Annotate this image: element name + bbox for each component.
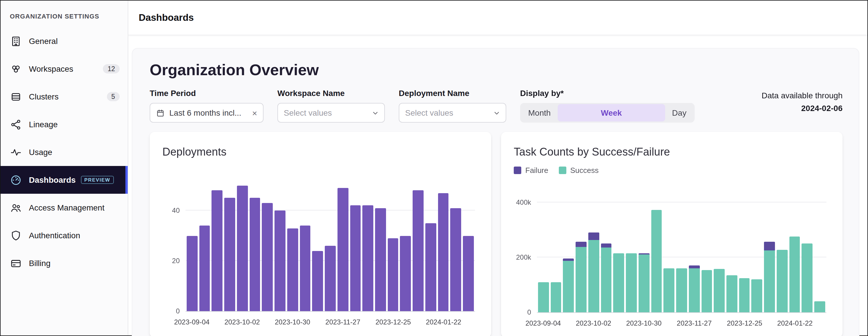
success-segment [764, 251, 775, 312]
bar [425, 223, 436, 311]
stacked-bar [551, 181, 561, 312]
success-segment [714, 269, 725, 312]
bar [375, 208, 386, 311]
stacked-bar [689, 181, 700, 312]
deployment-name-label: Deployment Name [399, 88, 506, 98]
dashboard-gauge-icon [10, 174, 22, 186]
sidebar-item-label: Usage [29, 147, 52, 157]
count-badge: 12 [103, 64, 120, 74]
bar [312, 251, 323, 311]
failure-segment [576, 242, 586, 247]
stacked-bar [777, 181, 787, 312]
display-by-day-button[interactable]: Day [665, 104, 693, 121]
success-segment [676, 268, 687, 312]
usage-pulse-icon [10, 146, 22, 158]
sidebar-item-billing[interactable]: Billing [1, 249, 128, 277]
success-segment [802, 244, 812, 312]
sidebar-item-dashboards[interactable]: DashboardsPREVIEW [1, 166, 128, 194]
x-axis-label: 2023-12-25 [727, 319, 762, 327]
bar [413, 191, 423, 311]
x-axis-label: 2023-09-04 [174, 318, 210, 326]
stacked-bar [802, 181, 812, 312]
stacked-bar [538, 181, 549, 312]
x-axis-label: 2023-10-30 [626, 319, 662, 327]
filter-deployment-name: Deployment Name Select values [399, 88, 506, 122]
time-period-input[interactable]: Last 6 months incl... × [150, 103, 264, 122]
x-axis: 2023-09-042023-10-022023-10-302023-11-27… [186, 316, 475, 330]
stacked-bar [676, 181, 687, 312]
stacked-bar [664, 181, 674, 312]
success-segment [639, 254, 649, 312]
main-area: Dashboards Organization Overview Time Pe… [128, 1, 867, 335]
x-axis-label: 2024-01-22 [777, 319, 813, 327]
sidebar-item-usage[interactable]: Usage [1, 138, 128, 166]
sidebar-item-lineage[interactable]: Lineage [1, 110, 128, 138]
success-segment [563, 260, 574, 312]
page-title: Dashboards [139, 12, 194, 23]
bar [388, 238, 399, 311]
stacked-bar [588, 181, 599, 312]
sidebar-item-clusters[interactable]: Clusters5 [1, 83, 128, 110]
failure-segment [563, 258, 574, 261]
stacked-bar [714, 181, 725, 312]
success-segment [789, 236, 800, 312]
display-by-week-button[interactable]: Week [558, 104, 665, 121]
success-segment [689, 268, 700, 312]
stacked-bar [739, 181, 750, 312]
stacked-bar [576, 181, 586, 312]
time-period-value: Last 6 months incl... [169, 108, 241, 117]
sidebar-item-access-management[interactable]: Access Management [1, 194, 128, 222]
stacked-bar [614, 181, 624, 312]
chevron-down-icon [372, 110, 378, 116]
stacked-bar [601, 181, 612, 312]
bars [538, 181, 825, 312]
bar [224, 198, 235, 311]
y-axis-label: 400k [516, 198, 531, 206]
sidebar-item-workspaces[interactable]: Workspaces12 [1, 55, 128, 83]
chevron-down-icon [494, 110, 500, 116]
failure-swatch [514, 167, 521, 174]
x-axis: 2023-09-042023-10-022023-10-302023-11-27… [537, 317, 827, 331]
success-segment [701, 270, 712, 312]
building-icon [10, 35, 22, 47]
success-segment [601, 247, 612, 312]
x-axis-label: 2023-10-02 [224, 318, 260, 326]
x-axis-label: 2023-10-30 [275, 318, 310, 326]
legend-label: Failure [525, 166, 549, 175]
plot-area: 0200k400k [537, 181, 827, 313]
bar [463, 236, 473, 311]
clear-time-period-icon[interactable]: × [248, 108, 257, 117]
bar [300, 226, 310, 311]
display-by-month-button[interactable]: Month [521, 104, 558, 121]
content: Organization Overview Time Period Last 6… [128, 35, 867, 336]
filter-time-period: Time Period Last 6 months incl... × [150, 88, 264, 122]
legend-label: Success [570, 166, 599, 175]
charts-row: Deployments 020402023-09-042023-10-02202… [150, 132, 843, 336]
sidebar-header: ORGANIZATION SETTINGS [1, 1, 128, 27]
workspaces-icon [10, 63, 22, 75]
y-axis-label: 0 [527, 308, 531, 316]
sidebar-item-label: Billing [29, 258, 51, 268]
success-segment [538, 282, 549, 312]
stacked-bar [764, 181, 775, 312]
sidebar-item-label: Workspaces [29, 64, 73, 74]
deployment-name-select[interactable]: Select values [399, 103, 506, 122]
bar [438, 193, 448, 311]
sidebar-item-authentication[interactable]: Authentication [1, 222, 128, 249]
stacked-bar [563, 181, 574, 312]
bar [400, 236, 411, 311]
organization-overview-panel: Organization Overview Time Period Last 6… [132, 48, 859, 336]
page-header: Dashboards [128, 1, 867, 35]
workspace-name-select[interactable]: Select values [277, 103, 385, 122]
stacked-bar [701, 181, 712, 312]
calendar-icon [156, 108, 165, 117]
sidebar-item-general[interactable]: General [1, 27, 128, 55]
time-period-label: Time Period [150, 88, 264, 98]
success-segment [626, 253, 637, 312]
success-segment [814, 301, 825, 312]
y-axis-label: 200k [516, 253, 531, 261]
bar [451, 208, 461, 311]
success-segment [576, 247, 586, 312]
active-item-accent [125, 166, 128, 194]
billing-card-icon [10, 257, 22, 269]
